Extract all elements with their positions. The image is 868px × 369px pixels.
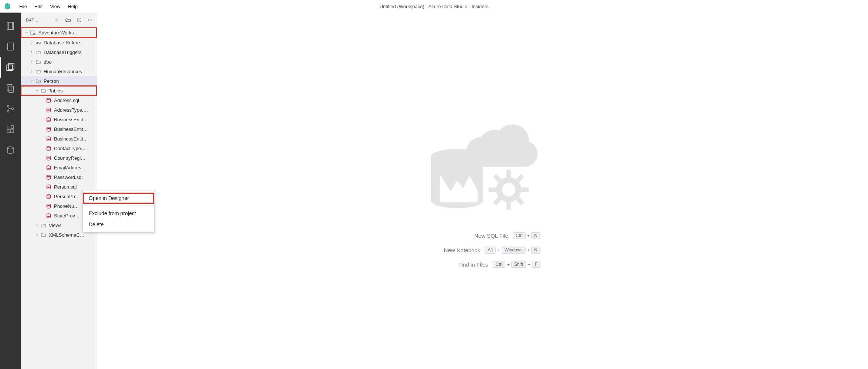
activity-notebooks[interactable]: [0, 36, 21, 57]
tree-row[interactable]: Address.sql: [21, 95, 97, 105]
tree-row[interactable]: ContactType.…: [21, 143, 97, 153]
tree-row[interactable]: HumanResources: [21, 67, 97, 76]
svg-rect-6: [7, 65, 12, 71]
panel-title: DAT…: [26, 18, 50, 22]
menu-help[interactable]: Help: [64, 2, 81, 11]
tree-row[interactable]: Tables: [21, 86, 97, 95]
svg-rect-46: [506, 202, 511, 210]
menu-view[interactable]: View: [46, 2, 64, 11]
tree-row[interactable]: EmailAddres…: [21, 163, 97, 172]
activity-data[interactable]: [0, 140, 21, 160]
tree-row[interactable]: dbo: [21, 57, 97, 67]
tree-row[interactable]: Password.sql: [21, 172, 97, 182]
activity-extensions[interactable]: [0, 119, 21, 140]
more-icon[interactable]: [87, 16, 94, 24]
twist-none: [39, 165, 45, 170]
chevron-down-icon[interactable]: [24, 30, 30, 35]
svg-point-22: [92, 20, 92, 20]
tree-row-label: HumanResources: [44, 69, 82, 74]
twist-none: [39, 155, 45, 161]
tree-row[interactable]: BusinessEntit…: [21, 124, 97, 134]
new-icon[interactable]: [53, 16, 61, 24]
context-menu-item[interactable]: Exclude from project: [83, 208, 154, 219]
svg-rect-8: [7, 84, 12, 91]
twist-none: [39, 126, 45, 132]
svg-point-40: [47, 213, 50, 215]
svg-point-21: [90, 20, 91, 20]
shortcut-keys: Ctrl+N: [513, 232, 540, 239]
svg-point-33: [47, 146, 50, 148]
chevron-right-icon[interactable]: [29, 40, 35, 45]
twist-none: [39, 145, 45, 151]
context-menu-separator: [83, 206, 154, 206]
svg-point-34: [47, 156, 50, 157]
menu-edit[interactable]: Edit: [31, 2, 46, 11]
key: N: [531, 247, 540, 254]
tree-root[interactable]: AdventureWorks…: [21, 27, 97, 38]
table-icon: [45, 174, 52, 180]
svg-rect-26: [39, 42, 40, 43]
chevron-right-icon[interactable]: [29, 49, 35, 55]
tree-row[interactable]: DatabaseTriggers: [21, 47, 97, 57]
tree-row-label: StateProv…: [54, 213, 80, 219]
svg-point-39: [47, 204, 50, 205]
folder-icon: [40, 231, 47, 238]
chevron-right-icon[interactable]: [34, 222, 40, 228]
folder-icon: [35, 49, 41, 55]
tree-row-label: Address.sql: [54, 98, 79, 103]
tree-row-label: Views: [49, 223, 61, 228]
tree-row[interactable]: BusinessEntit…: [21, 115, 97, 124]
shortcut-row: Find in FilesCtrl+Shift+F: [425, 261, 540, 268]
svg-rect-9: [9, 86, 14, 92]
svg-rect-48: [521, 187, 529, 192]
tree-row-label: Password.sql: [54, 175, 82, 180]
table-icon: [45, 106, 52, 113]
tree-row[interactable]: AddressType.…: [21, 105, 97, 115]
twist-none: [39, 107, 45, 113]
tree-row[interactable]: CountryRegi…: [21, 153, 97, 163]
svg-point-37: [47, 184, 50, 186]
svg-point-53: [502, 183, 515, 196]
tree-row-label: AddressType.…: [54, 107, 88, 113]
tree-row[interactable]: Person: [21, 76, 97, 86]
svg-rect-2: [7, 43, 13, 50]
chevron-right-icon[interactable]: [29, 59, 35, 65]
chevron-right-icon[interactable]: [34, 232, 40, 238]
activity-connections[interactable]: [0, 16, 21, 36]
key: Alt: [485, 247, 496, 254]
tree-row-label: BusinessEntit…: [54, 136, 88, 142]
svg-rect-1: [9, 22, 13, 30]
svg-point-29: [47, 108, 50, 109]
refresh-icon[interactable]: [75, 16, 83, 24]
key: Shift: [511, 261, 526, 268]
key: F: [532, 261, 540, 268]
svg-point-12: [12, 108, 14, 110]
svg-point-11: [7, 111, 9, 112]
table-icon: [45, 116, 52, 123]
context-menu-item[interactable]: Open in Designer: [83, 193, 154, 204]
folder-icon: [40, 222, 47, 228]
table-icon: [45, 164, 52, 171]
svg-point-38: [47, 194, 50, 196]
chevron-down-icon[interactable]: [29, 78, 35, 84]
svg-point-17: [7, 147, 13, 149]
twist-none: [39, 97, 45, 103]
activity-explorer[interactable]: [0, 57, 21, 78]
context-menu-item[interactable]: Delete: [83, 219, 154, 230]
activity-source-control[interactable]: [0, 98, 21, 119]
svg-point-30: [47, 117, 50, 119]
window-title: Untitled (Workspace) - Azure Data Studio…: [380, 4, 489, 9]
watermark: New SQL FileCtrl+NNew NotebookAlt+Window…: [424, 114, 542, 268]
chevron-right-icon[interactable]: [29, 68, 35, 74]
open-folder-icon[interactable]: [64, 16, 72, 24]
menu-file[interactable]: File: [16, 2, 31, 11]
table-icon: [45, 193, 52, 200]
svg-rect-15: [11, 130, 14, 133]
activity-search[interactable]: [0, 78, 21, 98]
tree-row[interactable]: BusinessEntit…: [21, 134, 97, 143]
tree-row-label: BusinessEntit…: [54, 126, 88, 132]
tree-row-label: PersonPh…: [54, 194, 80, 199]
svg-point-28: [47, 98, 50, 99]
tree-row[interactable]: Database Refere…: [21, 38, 97, 47]
chevron-down-icon[interactable]: [34, 88, 40, 94]
